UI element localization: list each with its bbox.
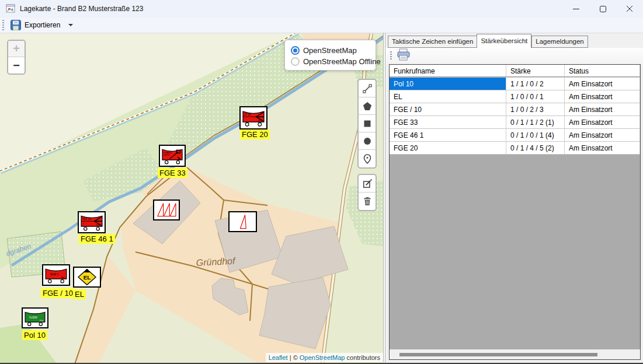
tab-strip: Taktische Zeichen einfügen Stärkeübersic… [388,34,588,48]
right-panel: Taktische Zeichen einfügen Stärkeübersic… [385,33,643,362]
marker-label: Pol 10 [22,330,47,340]
draw-circle-button[interactable] [359,132,376,150]
print-button[interactable] [397,48,411,64]
svg-text:FuStW: FuStW [29,316,37,319]
delete-layers-button[interactable] [359,192,376,210]
col-header-funkrufname[interactable]: Funkrufname [390,65,506,77]
export-label: Exportieren [25,21,60,29]
window-title: Lagekarte - Brand B2 Musterstraße 123 [20,5,143,13]
strength-table: Funkrufname Stärke Status Pol 10 1 / 1 /… [389,64,641,360]
map-attribution: Leaflet | © OpenStreetMap contributors [266,353,383,362]
tactical-symbol-fge-10[interactable]: ELW 1Fw FGE / 10 [42,264,70,286]
marker-label: EL [73,289,86,299]
draw-rectangle-button[interactable] [359,115,376,132]
export-button[interactable]: Exportieren [8,19,62,32]
table-row[interactable]: FGE 46 1 0 / 1 / 0 / 1 (4) Am Einsatzort [390,129,640,142]
col-header-staerke[interactable]: Stärke [506,65,565,77]
horizontal-scrollbar[interactable] [390,349,640,359]
edit-toolbar [357,174,377,211]
radio-selected-icon[interactable] [291,46,300,55]
tactical-symbol-fge46-1[interactable]: HLF 101Fw FGE 46 1 [78,211,106,233]
table-row[interactable]: FGE / 10 1 / 0 / 2 / 3 Am Einsatzort [390,103,640,116]
edit-layers-button[interactable] [359,175,376,192]
table-row[interactable]: FGE 33 0 / 1 / 1 / 2 (1) Am Einsatzort [390,116,640,129]
panel-toolbar-grip [390,51,392,61]
table-header-row: Funkrufname Stärke Status [390,65,640,78]
panel-toolbar [385,48,643,64]
tab-page: Funkrufname Stärke Status Pol 10 1 / 1 /… [385,48,643,362]
svg-text:23/12: 23/12 [164,153,170,156]
map-canvas[interactable]: Gründhof dgraben + − OpenStreetMap OpenS… [0,33,383,363]
osm-link[interactable]: OpenStreetMap [300,354,345,361]
svg-text:ELW 1: ELW 1 [50,273,59,276]
marker-label: FGE 33 [158,168,187,178]
tactical-symbol-fire-large[interactable] [153,200,180,220]
draw-marker-button[interactable] [359,150,376,167]
map-base: Gründhof dgraben [0,33,383,363]
printer-icon [397,48,411,61]
title-bar: Lagekarte - Brand B2 Musterstraße 123 [0,0,643,18]
draw-polygon-button[interactable] [359,97,376,115]
table-row[interactable]: EL 1 / 0 / 0 / 1 Am Einsatzort [390,90,640,103]
tactical-symbol-fire-small[interactable] [228,211,257,232]
svg-text:LF 20: LF 20 [244,113,251,116]
table-row[interactable]: Pol 10 1 / 1 / 0 / 2 Am Einsatzort [390,78,640,90]
tactical-symbol-fge20[interactable]: LF 20Fw FGE 20 [239,106,267,130]
col-header-status[interactable]: Status [565,65,640,77]
tactical-symbol-fge33[interactable]: DLA(K)23/12 FGE 33 [159,145,186,167]
save-icon [11,20,21,30]
layer-option-osm[interactable]: OpenStreetMap [291,45,376,56]
toolbar-grip [2,20,4,30]
radio-unselected-icon[interactable] [291,57,300,66]
tab-lagemeldungen[interactable]: Lagemeldungen [531,36,588,48]
svg-text:HLF 10: HLF 10 [82,218,91,220]
maximize-button[interactable] [589,0,616,18]
export-dropdown-caret[interactable] [68,24,73,26]
leaflet-link[interactable]: Leaflet [269,354,288,361]
zoom-out-button[interactable]: − [8,57,25,74]
zoom-in-button[interactable]: + [8,41,25,57]
layer-option-osm-offline[interactable]: OpenStreetMap Offline [291,56,376,67]
svg-text:EL: EL [84,274,91,281]
marker-label: FGE 20 [240,130,270,139]
minimize-button[interactable] [562,0,589,18]
tab-taktische-zeichen[interactable]: Taktische Zeichen einfügen [388,36,477,48]
svg-text:Pol: Pol [40,319,43,322]
app-icon [6,4,15,13]
marker-label: FGE 46 1 [79,234,115,244]
tactical-symbol-pol10[interactable]: FuStWPol Pol 10 [22,307,48,328]
map-label-farm: Gründhof [196,256,236,268]
svg-text:Fw: Fw [96,223,99,226]
marker-label: FGE / 10 [41,288,75,298]
main-toolbar: Exportieren [0,18,643,33]
map-zoom-control: + − [7,40,26,75]
tactical-symbol-el[interactable]: EL EL [73,267,101,288]
tab-staerkeuebersicht[interactable]: Stärkeübersicht [477,34,531,48]
layer-control: OpenStreetMap OpenStreetMap Offline [284,40,376,71]
draw-toolbar [357,79,377,169]
close-button[interactable] [616,0,643,18]
draw-polyline-button[interactable] [359,80,376,97]
app-window: Lagekarte - Brand B2 Musterstraße 123 Ex… [0,0,643,364]
table-row[interactable]: FGE 20 0 / 1 / 4 / 5 (2) Am Einsatzort [390,142,640,155]
svg-text:Fw: Fw [61,276,64,279]
scrollbar-thumb[interactable] [399,353,597,356]
svg-text:Fw: Fw [258,119,261,122]
